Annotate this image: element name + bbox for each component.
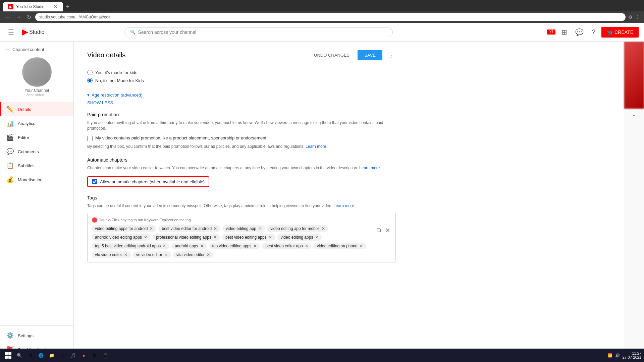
- panel-chevron[interactable]: ⌄: [624, 109, 644, 120]
- extensions-icon[interactable]: ⚙: [628, 14, 633, 20]
- tag-remove-btn[interactable]: ✕: [124, 252, 127, 257]
- tag-remove-btn[interactable]: ✕: [269, 235, 272, 240]
- automatic-chapters-section: Automatic chapters Chapters can make you…: [87, 157, 396, 187]
- page-title: Video details: [87, 51, 125, 59]
- taskbar-store[interactable]: 🛍: [58, 351, 67, 360]
- tags-copy-button[interactable]: ⧉: [375, 225, 382, 235]
- tag-chip: top 5 best video editing android apps ✕: [92, 243, 169, 249]
- tag-remove-btn[interactable]: ✕: [164, 252, 168, 257]
- tag-remove-btn[interactable]: ✕: [322, 226, 325, 231]
- sidebar-avatar-section: Your Channel Best Video...: [0, 55, 73, 102]
- sidebar-item-comments[interactable]: 💬 Comments: [0, 144, 73, 159]
- save-button[interactable]: SAVE: [358, 50, 382, 60]
- tag-tooltip: 🔴 Double-Click any tag to run Keyword Ex…: [92, 217, 391, 223]
- tag-remove-btn[interactable]: ✕: [207, 252, 210, 257]
- tag-remove-btn[interactable]: ✕: [163, 244, 166, 248]
- auto-chapters-checkbox[interactable]: [92, 179, 97, 184]
- taskbar-mail[interactable]: ✉: [90, 351, 99, 360]
- sidebar-back-link[interactable]: ← Channel content: [0, 44, 73, 55]
- paid-promotion-checkbox[interactable]: [87, 136, 93, 141]
- tag-remove-btn[interactable]: ✕: [305, 244, 308, 248]
- tag-remove-btn[interactable]: ✕: [214, 226, 217, 231]
- more-options-icon[interactable]: ⋮: [635, 14, 640, 20]
- sidebar-item-analytics[interactable]: 📊 Analytics: [0, 116, 73, 130]
- taskbar-spotify[interactable]: 🎵: [68, 351, 78, 360]
- sidebar-item-monetisation-label: Monetisation: [18, 177, 43, 182]
- create-button[interactable]: 📹 CREATE: [601, 27, 639, 38]
- back-button[interactable]: ←: [4, 13, 12, 21]
- age-restriction-toggle[interactable]: ▾ Age restriction (advanced): [87, 93, 396, 98]
- paid-promotion-policy: By selecting this box, you confirm that …: [87, 144, 396, 149]
- taskbar-app2[interactable]: 📱: [101, 351, 110, 360]
- paid-promotion-checkbox-label: My video contains paid promotion like a …: [95, 135, 266, 140]
- address-bar[interactable]: studio.youtube.com/.../AMCuOtmak/edit: [35, 13, 626, 21]
- tags-learn-more[interactable]: Learn more: [333, 203, 354, 208]
- paid-promotion-learn-more[interactable]: Learn more: [306, 144, 326, 149]
- tag-chip: video editing apps ✕: [277, 234, 322, 241]
- tag-remove-btn[interactable]: ✕: [200, 244, 204, 248]
- search-input-wrap[interactable]: 🔍: [124, 27, 393, 37]
- browser-toolbar: ← → ↻ studio.youtube.com/.../AMCuOtmak/e…: [0, 11, 644, 23]
- right-panel: ⌄: [624, 42, 644, 362]
- paid-promotion-section: Paid promotion If you accepted anything …: [87, 112, 396, 149]
- taskbar-edge[interactable]: 🌐: [36, 351, 46, 360]
- tags-box: 🔴 Double-Click any tag to run Keyword Ex…: [87, 213, 396, 262]
- sidebar-item-subtitles-label: Subtitles: [18, 163, 35, 168]
- taskbar-explorer[interactable]: 📁: [47, 351, 56, 360]
- automatic-chapters-desc: Chapters can make your video easier to w…: [87, 165, 396, 171]
- avatar-image: [22, 57, 52, 87]
- paid-promotion-desc: If you accepted anything of value from a…: [87, 120, 396, 131]
- tag-chip: best video editor app ✕: [262, 243, 311, 249]
- sidebar-item-settings[interactable]: ⚙️ Settings: [0, 328, 73, 343]
- tags-clear-button[interactable]: ✕: [384, 225, 391, 235]
- taskbar-task-view[interactable]: ⊡: [25, 351, 35, 360]
- network-icon[interactable]: 📶: [608, 353, 612, 358]
- tag-chip: android video editing apps ✕: [92, 234, 151, 241]
- refresh-button[interactable]: ↻: [25, 13, 33, 22]
- tag-remove-btn[interactable]: ✕: [150, 226, 153, 231]
- windows-taskbar: 🔍 ⊡ 🌐 📁 🛍 🎵 ● ✉ 📱 📶 🔊 11:27 27-07-2021: [0, 349, 644, 362]
- made-for-kids-no-option[interactable]: No, it's not Made for Kids: [87, 76, 396, 84]
- volume-icon[interactable]: 🔊: [615, 353, 620, 358]
- sidebar-item-editor[interactable]: 🎬 Editor: [0, 130, 73, 144]
- auto-chapters-learn-more[interactable]: Learn more: [359, 166, 380, 170]
- sidebar-item-details[interactable]: ✏️ Details: [0, 102, 73, 116]
- youtube-studio-app: ☰ ▶ Studio 🔍 YT ⊞ 💬 ? 📹 CREATE ←: [0, 23, 644, 362]
- sidebar: ← Channel content Your Channel Best Vide…: [0, 42, 74, 362]
- new-tab-button[interactable]: +: [63, 2, 72, 11]
- tag-remove-btn[interactable]: ✕: [360, 244, 363, 248]
- taskbar-chrome[interactable]: ●: [79, 351, 89, 360]
- made-for-kids-no-radio[interactable]: [87, 78, 93, 83]
- sidebar-item-monetisation[interactable]: 💰 Monetisation: [0, 173, 73, 187]
- sidebar-item-comments-label: Comments: [18, 149, 39, 154]
- show-less-button[interactable]: SHOW LESS: [87, 100, 396, 105]
- made-for-kids-yes-option[interactable]: Yes, it's made for kids: [87, 68, 396, 76]
- help-icon[interactable]: ?: [590, 26, 597, 38]
- tag-remove-btn[interactable]: ✕: [144, 235, 147, 240]
- forward-button[interactable]: →: [15, 13, 23, 21]
- apps-icon[interactable]: ⊞: [559, 26, 569, 38]
- start-button[interactable]: [3, 350, 13, 361]
- thumbnail-image: [624, 42, 644, 109]
- taskbar-search[interactable]: 🔍: [15, 351, 24, 360]
- tab-close-btn[interactable]: ✕: [54, 4, 58, 9]
- more-options-button[interactable]: ⋮: [386, 50, 396, 60]
- browser-chrome: ▶ YouTube Studio ✕ + ← → ↻ studio.youtub…: [0, 0, 644, 23]
- tag-remove-btn[interactable]: ✕: [315, 235, 318, 240]
- tags-actions: ⧉ ✕: [375, 225, 391, 235]
- tag-remove-btn[interactable]: ✕: [253, 244, 257, 248]
- undo-changes-button[interactable]: UNDO CHANGES: [310, 50, 354, 60]
- sidebar-item-subtitles[interactable]: 📋 Subtitles: [0, 159, 73, 173]
- tag-remove-btn[interactable]: ✕: [258, 226, 262, 231]
- tag-remove-btn[interactable]: ✕: [213, 235, 217, 240]
- settings-icon: ⚙️: [6, 332, 14, 339]
- browser-tab-youtube-studio[interactable]: ▶ YouTube Studio ✕: [3, 2, 63, 11]
- browser-toolbar-icons: ⚙ ⋮: [628, 14, 640, 20]
- made-for-kids-yes-radio[interactable]: [87, 70, 93, 75]
- messages-icon[interactable]: 💬: [573, 26, 586, 38]
- sidebar-item-details-label: Details: [18, 107, 31, 112]
- tags-title: Tags: [87, 195, 396, 200]
- search-input[interactable]: [138, 29, 387, 35]
- menu-icon[interactable]: ☰: [5, 25, 17, 39]
- taskbar-clock[interactable]: 11:27 27-07-2021: [623, 351, 641, 359]
